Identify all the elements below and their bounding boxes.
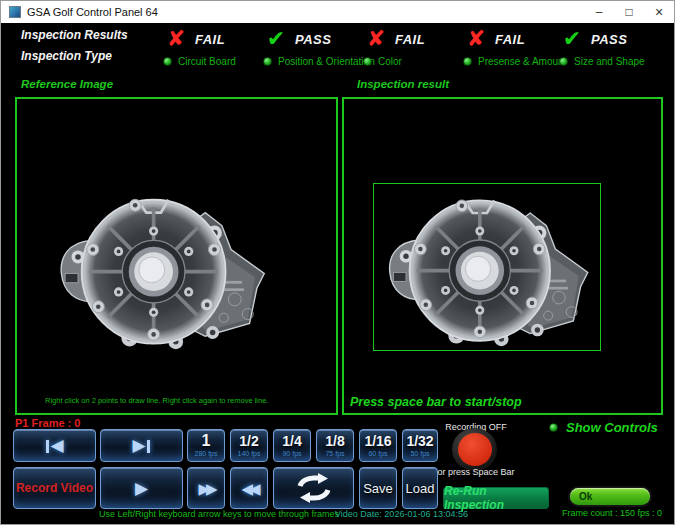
space-bar-hint: Press space bar to start/stop <box>350 395 522 409</box>
pass-icon: ✔ <box>263 28 289 50</box>
rewind-button[interactable]: ◀◀ <box>230 467 268 509</box>
skip-to-start-button[interactable]: ◀ <box>13 429 96 462</box>
verdict-label: PASS <box>591 32 627 47</box>
inspection-type-name: Color <box>378 56 402 67</box>
inspection-result-panel[interactable]: Press space bar to start/stop <box>342 97 663 415</box>
ok-pill: Ok <box>570 488 650 505</box>
led-icon <box>263 57 272 66</box>
verdict-label: PASS <box>295 32 331 47</box>
fps-label: 140 fps <box>238 450 261 458</box>
skip-end-icon: ▶ <box>132 437 150 455</box>
close-button[interactable]: × <box>644 1 674 23</box>
led-icon <box>549 423 558 432</box>
verdict-label: FAIL <box>495 32 525 47</box>
led-icon <box>559 57 568 66</box>
save-label: Save <box>363 481 393 496</box>
fast-forward-icon: ▶▶ <box>198 481 213 496</box>
result-column: ✘FAIL Presense & Amount <box>463 27 573 67</box>
speed-eighth-button[interactable]: 1/8 75 fps <box>316 429 354 462</box>
fail-icon: ✘ <box>363 28 389 50</box>
fps-label: 60 fps <box>368 450 387 458</box>
inspected-part-image <box>376 186 598 348</box>
loop-icon <box>292 473 336 503</box>
play-icon: ▶ <box>135 481 148 496</box>
fps-label: 50 fps <box>410 450 429 458</box>
frame-count-label: Frame count : 150 fps : 0 <box>553 508 671 518</box>
app-window: GSA Golf Control Panel 64 – □ × Inspecti… <box>0 0 675 525</box>
rerun-inspection-button[interactable]: Re-Run Inspection <box>443 487 549 509</box>
reference-image-title: Reference Image <box>21 78 113 90</box>
speed-quarter-button[interactable]: 1/4 90 fps <box>273 429 311 462</box>
ok-slider[interactable]: Ok <box>568 486 652 507</box>
detection-bounding-box <box>373 183 601 351</box>
fail-icon: ✘ <box>163 28 189 50</box>
window-title: GSA Golf Control Panel 64 <box>27 6 158 18</box>
keyboard-hint: Use Left/Right keyboard arrow keys to mo… <box>99 509 339 519</box>
speed-label: 1/8 <box>325 434 344 448</box>
rerun-inspection-label: Re-Run Inspection <box>444 484 548 512</box>
fast-forward-button[interactable]: ▶▶ <box>187 467 225 509</box>
save-button[interactable]: Save <box>359 467 397 509</box>
show-controls-label: Show Controls <box>566 420 658 435</box>
space-bar-label: or press Space Bar <box>421 467 531 477</box>
frame-indicator: P1 Frame : 0 <box>15 417 80 429</box>
minimize-button[interactable]: – <box>584 1 614 23</box>
speed-half-button[interactable]: 1/2 140 fps <box>230 429 268 462</box>
fail-icon: ✘ <box>463 28 489 50</box>
inspection-type-name: Size and Shape <box>574 56 645 67</box>
skip-to-end-button[interactable]: ▶ <box>100 429 183 462</box>
inspection-result-title: Inspection result <box>357 78 449 90</box>
result-column: ✘FAIL Circuit Board <box>163 27 273 67</box>
led-icon <box>463 57 472 66</box>
record-icon <box>458 433 492 466</box>
inspection-type-name: Circuit Board <box>178 56 236 67</box>
verdict-label: FAIL <box>395 32 425 47</box>
inspection-type-name: Presense & Amount <box>478 56 566 67</box>
show-controls-toggle[interactable]: Show Controls <box>549 420 658 435</box>
ok-label: Ok <box>579 491 592 502</box>
speed-label: 1 <box>202 434 211 448</box>
fps-label: 90 fps <box>282 450 301 458</box>
play-button[interactable]: ▶ <box>100 467 183 509</box>
draw-line-hint: Right click on 2 points to draw line. Ri… <box>45 396 268 405</box>
load-label: Load <box>406 481 435 496</box>
result-column: ✘FAIL Color <box>363 27 473 67</box>
maximize-button[interactable]: □ <box>614 1 644 23</box>
led-icon <box>363 57 372 66</box>
fps-label: 280 fps <box>195 450 218 458</box>
inspection-type-name: Position & Orientation <box>278 56 375 67</box>
record-video-label: Record Video <box>16 481 93 495</box>
speed-1-button[interactable]: 1 280 fps <box>187 429 225 462</box>
result-column: ✔PASS Position & Orientation <box>263 27 373 67</box>
rewind-icon: ◀◀ <box>241 481 256 496</box>
speed-label: 1/4 <box>282 434 301 448</box>
reference-image-panel[interactable]: Right click on 2 points to draw line. Ri… <box>15 97 338 415</box>
speed-label: 1/32 <box>406 434 433 448</box>
speed-thirtysecond-button[interactable]: 1/32 50 fps <box>402 429 438 462</box>
reference-part-image <box>49 185 273 351</box>
skip-start-icon: ◀ <box>45 437 63 455</box>
fps-label: 75 fps <box>325 450 344 458</box>
led-icon <box>163 57 172 66</box>
speed-label: 1/16 <box>364 434 391 448</box>
video-date-label: Video Date: 2026-01-06 13:04:56 <box>335 509 468 519</box>
speed-sixteenth-button[interactable]: 1/16 60 fps <box>359 429 397 462</box>
loop-button[interactable] <box>273 467 354 509</box>
result-column: ✔PASS Size and Shape <box>559 27 669 67</box>
record-video-button[interactable]: Record Video <box>13 467 96 509</box>
inspection-results-label: Inspection Results <box>21 28 128 42</box>
pass-icon: ✔ <box>559 28 585 50</box>
title-bar: GSA Golf Control Panel 64 – □ × <box>1 1 674 23</box>
verdict-label: FAIL <box>195 32 225 47</box>
inspection-type-label: Inspection Type <box>21 49 112 63</box>
speed-label: 1/2 <box>239 434 258 448</box>
record-button[interactable] <box>452 428 497 471</box>
app-icon <box>9 6 21 18</box>
